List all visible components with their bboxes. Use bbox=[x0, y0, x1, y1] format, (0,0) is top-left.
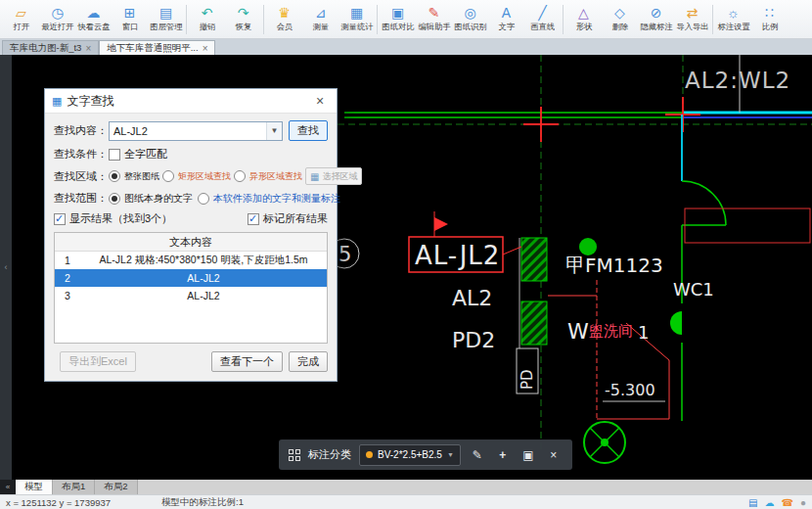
cad-text-1: 1 bbox=[638, 322, 649, 343]
results-table-header: 文本内容 bbox=[55, 233, 327, 252]
toolbar-window[interactable]: ⊞窗口 bbox=[112, 1, 148, 38]
category-dropdown[interactable]: BV-2*2.5+B2.5 ▼ bbox=[359, 444, 461, 466]
toolbar-vip-label: 会员 bbox=[276, 22, 293, 33]
toolbar-edit-assistant[interactable]: ✎编辑助手 bbox=[416, 1, 452, 38]
find-content-combobox[interactable]: AL-JL2 ▼ bbox=[109, 121, 283, 141]
cloud-icon[interactable]: ☁ bbox=[764, 497, 774, 508]
tab-basement-lighting-drawing[interactable]: 地下车库普通照明平... × bbox=[99, 40, 215, 55]
select-area-button[interactable]: ▦选择区域 bbox=[305, 167, 362, 185]
find-content-value: AL-JL2 bbox=[110, 125, 266, 137]
row-number: 3 bbox=[55, 290, 80, 301]
shapes-icon: △ bbox=[578, 5, 589, 21]
whole-word-option[interactable]: 全字匹配 bbox=[109, 147, 167, 162]
folder-open-icon: ▱ bbox=[16, 5, 26, 21]
cad-text-grid-bubble: 5 bbox=[338, 243, 351, 266]
chevron-down-icon[interactable]: ▼ bbox=[266, 122, 282, 140]
find-content-label: 查找内容： bbox=[54, 123, 109, 138]
toolbar-annotation-settings[interactable]: ☼标注设置 bbox=[715, 1, 751, 38]
scale-icon: ∷ bbox=[765, 5, 774, 21]
toolbar-text[interactable]: A文字 bbox=[488, 1, 524, 38]
move-annotation-icon[interactable]: + bbox=[494, 448, 512, 462]
toolbar-hide-annotations[interactable]: ⊘隐藏标注 bbox=[638, 1, 674, 38]
toolbar-drawing-recognize[interactable]: ◎图纸识别 bbox=[452, 1, 488, 38]
sheet-nav-icon[interactable]: « bbox=[0, 480, 16, 494]
toolbar-undo[interactable]: ↶撤销 bbox=[189, 1, 225, 38]
done-button[interactable]: 完成 bbox=[289, 351, 328, 372]
export-excel-button[interactable]: 导出到Excel bbox=[60, 351, 136, 372]
range-drawing-text-option[interactable]: 图纸本身的文字 bbox=[109, 192, 193, 206]
toolbar-open[interactable]: ▱打开 bbox=[3, 1, 39, 38]
toolbar-text-label: 文字 bbox=[498, 22, 515, 33]
toolbar-delete[interactable]: ◇删除 bbox=[602, 1, 638, 38]
dialog-titlebar[interactable]: ▦ 文字查找 × bbox=[45, 89, 337, 114]
select-area-grid-icon: ▦ bbox=[310, 171, 319, 182]
radio-icon[interactable] bbox=[109, 193, 120, 205]
table-row-selected[interactable]: 2 AL-JL2 bbox=[55, 269, 327, 287]
toolbar-measure-label: 测量 bbox=[312, 22, 329, 33]
mark-all-option[interactable]: 标记所有结果 bbox=[248, 211, 328, 226]
checkbox-icon[interactable] bbox=[109, 149, 120, 161]
close-icon[interactable]: × bbox=[85, 43, 91, 54]
toolbar-layer-manager[interactable]: ▤图层管理 bbox=[148, 1, 184, 38]
sheet-tab-model[interactable]: 模型 bbox=[16, 480, 53, 494]
text-find-dialog: ▦ 文字查找 × 查找内容： AL-JL2 ▼ 查找 查找条件： 全字匹配 查找… bbox=[44, 88, 338, 382]
view-next-button[interactable]: 查看下一个 bbox=[211, 351, 283, 372]
left-panel-collapsed[interactable]: ‹ bbox=[0, 55, 12, 480]
radio-icon[interactable] bbox=[234, 170, 246, 182]
checkbox-checked-icon[interactable] bbox=[54, 213, 66, 225]
toolbar-shapes[interactable]: △形状 bbox=[565, 1, 602, 38]
toolbar-annotation-settings-label: 标注设置 bbox=[717, 22, 749, 33]
row-text: AL-JL2 bbox=[80, 272, 327, 284]
settings-icon: ☼ bbox=[727, 5, 740, 21]
checkbox-checked-icon[interactable] bbox=[248, 213, 259, 225]
radio-icon[interactable] bbox=[109, 170, 120, 182]
phone-icon[interactable]: ☎ bbox=[781, 497, 792, 508]
toolbar-measure[interactable]: ⊿测量 bbox=[302, 1, 338, 38]
tab-garage-power-drawing[interactable]: 车库电力图-新_t3 × bbox=[2, 40, 99, 55]
toolbar-import-export[interactable]: ⇄导入导出 bbox=[674, 1, 710, 38]
toolbar-recent[interactable]: ◷最近打开 bbox=[39, 1, 75, 38]
radio-icon[interactable] bbox=[162, 170, 174, 182]
toolbar-scale-label: 比例 bbox=[761, 22, 778, 33]
toolbar-recent-label: 最近打开 bbox=[41, 22, 73, 33]
cad-text-pd2: PD2 bbox=[452, 328, 495, 352]
chevron-left-icon: ‹ bbox=[5, 262, 8, 272]
delete-annotation-icon[interactable]: × bbox=[545, 448, 563, 462]
table-icon: ▦ bbox=[350, 5, 363, 21]
sheet-tab-layout1[interactable]: 布局1 bbox=[53, 480, 95, 494]
table-row[interactable]: 3 AL-JL2 bbox=[55, 287, 327, 304]
area-whole-drawing-option[interactable]: 整张图纸 bbox=[109, 170, 159, 183]
dot-icon[interactable]: ● bbox=[800, 497, 806, 508]
toolbar-measure-stats[interactable]: ▦测量统计 bbox=[338, 1, 375, 38]
copy-annotation-icon[interactable]: ▣ bbox=[519, 448, 537, 462]
edit-annotation-icon[interactable]: ✎ bbox=[469, 448, 486, 462]
table-row[interactable]: 1 AL-JL2 规格:450*380*150 明装,下皮距地1.5m bbox=[55, 252, 327, 269]
results-table[interactable]: 文本内容 1 AL-JL2 规格:450*380*150 明装,下皮距地1.5m… bbox=[54, 232, 328, 344]
toolbar-redo[interactable]: ↷恢复 bbox=[225, 1, 261, 38]
line-icon: ╱ bbox=[538, 5, 546, 21]
pencil-icon: ✎ bbox=[429, 5, 440, 21]
close-icon[interactable]: × bbox=[307, 93, 333, 109]
toolbar-drawing-compare[interactable]: ▣图纸对比 bbox=[380, 1, 416, 38]
doc-icon[interactable]: ▤ bbox=[748, 497, 757, 508]
toolbar-draw-line[interactable]: ╱画直线 bbox=[524, 1, 561, 38]
sheet-tab-layout2[interactable]: 布局2 bbox=[95, 480, 137, 494]
close-icon[interactable]: × bbox=[203, 43, 208, 54]
undo-icon: ↶ bbox=[202, 5, 213, 21]
area-rect-option[interactable]: 矩形区域查找 bbox=[162, 170, 231, 183]
toolbar-layer-manager-label: 图层管理 bbox=[150, 22, 182, 33]
row-text: AL-JL2 bbox=[80, 290, 327, 301]
range-added-text-option[interactable]: 本软件添加的文字和测量标注 bbox=[198, 192, 340, 206]
toolbar-vip[interactable]: ♛会员 bbox=[266, 1, 302, 38]
find-button[interactable]: 查找 bbox=[289, 120, 328, 141]
toolbar-cloud-disk[interactable]: ☁快看云盘 bbox=[75, 1, 112, 38]
cad-text-pd-vertical: PD bbox=[519, 369, 536, 390]
toolbar-scale[interactable]: ∷比例 bbox=[751, 1, 788, 38]
grid-cross-markers bbox=[523, 97, 700, 142]
show-results-option[interactable]: 显示结果（找到3个） bbox=[54, 211, 172, 226]
toolbar-draw-line-label: 画直线 bbox=[530, 22, 555, 33]
dialog-body: 查找内容： AL-JL2 ▼ 查找 查找条件： 全字匹配 查找区域： 整张图纸 … bbox=[45, 114, 337, 381]
toolbar-drawing-compare-label: 图纸对比 bbox=[382, 22, 414, 33]
radio-icon[interactable] bbox=[198, 193, 209, 205]
area-irregular-option[interactable]: 异形区域查找 bbox=[234, 170, 302, 183]
